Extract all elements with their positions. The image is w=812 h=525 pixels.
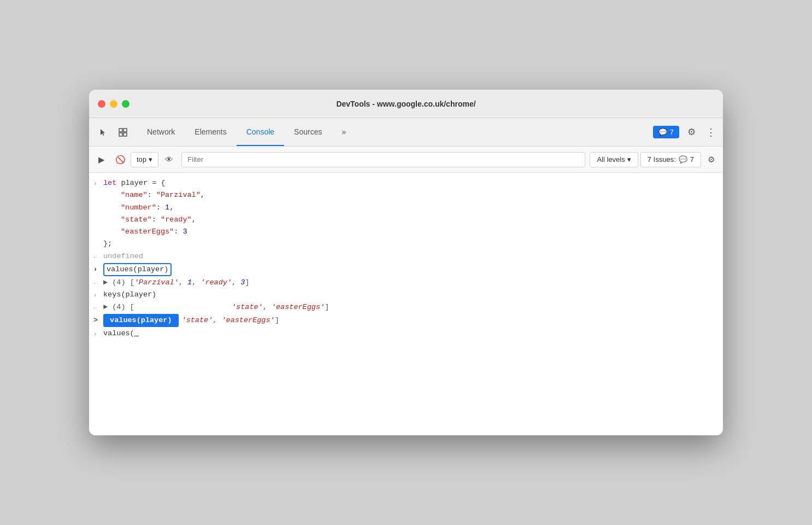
- spacer: ›: [93, 216, 100, 225]
- close-button[interactable]: [98, 100, 105, 108]
- code-line: "name": "Parzival",: [103, 190, 719, 201]
- main-tabs: Network Elements Console Sources »: [137, 118, 356, 146]
- tabs-bar: Network Elements Console Sources » 💬 7 ⚙…: [89, 118, 723, 147]
- list-item: ← undefined: [89, 250, 723, 262]
- spacer: ›: [93, 240, 100, 249]
- context-label: top: [137, 155, 146, 164]
- issues-number: 7: [690, 155, 694, 164]
- spacer: ›: [93, 228, 100, 237]
- dropdown-arrow-icon: ▾: [149, 155, 152, 164]
- list-item: › "name": "Parzival",: [89, 189, 723, 201]
- code-line: "number": 1,: [103, 202, 719, 213]
- issues-badge[interactable]: 💬 7: [653, 126, 679, 138]
- spacer: ›: [93, 204, 100, 213]
- list-item: › "state": "ready",: [89, 214, 723, 226]
- eye-button[interactable]: 👁: [161, 151, 177, 168]
- traffic-lights: [98, 100, 130, 108]
- code-line: "state": "ready",: [103, 214, 719, 225]
- output-arrow: ←: [93, 253, 100, 262]
- code-line: };: [103, 238, 719, 249]
- log-levels-label: All levels: [597, 155, 625, 164]
- spacer: ›: [93, 191, 100, 201]
- list-item: › "number": 1,: [89, 202, 723, 214]
- code-line: let player = {: [103, 178, 719, 189]
- titlebar: DevTools - www.google.co.uk/chrome/: [89, 90, 723, 118]
- message-icon: 💬: [658, 128, 667, 136]
- list-item: › values(player): [89, 262, 723, 277]
- list-item: › keys(player): [89, 289, 723, 301]
- svg-rect-3: [123, 133, 127, 136]
- partial-output: 'state', 'easterEggs']: [182, 315, 279, 326]
- svg-rect-0: [119, 129, 122, 132]
- filter-input[interactable]: [181, 152, 585, 167]
- svg-rect-2: [119, 133, 122, 136]
- code-line: values(_: [103, 328, 719, 339]
- more-options-button[interactable]: ⋮: [703, 125, 719, 140]
- tab-elements[interactable]: Elements: [185, 118, 236, 146]
- tab-more[interactable]: »: [332, 118, 356, 146]
- console-output: › let player = { › "name": "Parzival", ›…: [89, 173, 723, 435]
- list-item: › let player = {: [89, 177, 723, 189]
- console-settings-button[interactable]: ⚙: [703, 152, 719, 167]
- block-button[interactable]: 🚫: [112, 151, 128, 168]
- context-selector[interactable]: top ▾: [131, 152, 158, 167]
- list-item: › };: [89, 238, 723, 250]
- list-item: ← ▶ (4) ['Parzival', 1, 'ready', 3]: [89, 277, 723, 289]
- output-value: ► (4) [ 'name', 'number', 's 'state', 'e…: [103, 302, 719, 313]
- dropdown-chevron-icon: ▾: [627, 155, 631, 164]
- console-toolbar: ▶ 🚫 top ▾ 👁 All levels ▾ 7 Issues: 💬 7 ⚙: [89, 147, 723, 173]
- issues-text: 7 Issues:: [648, 155, 676, 164]
- tab-sources[interactable]: Sources: [284, 118, 332, 146]
- highlighted-command: values(player): [103, 263, 172, 276]
- expand-icon[interactable]: ›: [93, 330, 100, 339]
- tabs-right-controls: 💬 7 ⚙ ⋮: [653, 124, 719, 141]
- cursor-icon[interactable]: [93, 122, 113, 142]
- autocomplete-row: > values(player) 'state', 'easterEggs']: [89, 313, 723, 328]
- code-line: "easterEggs": 3: [103, 226, 719, 237]
- expand-icon[interactable]: ›: [93, 291, 100, 300]
- prompt-icon: >: [93, 315, 98, 326]
- code-line: keys(player): [103, 289, 719, 300]
- inspect-icon[interactable]: [113, 122, 133, 142]
- maximize-button[interactable]: [122, 100, 130, 108]
- expand-icon[interactable]: ›: [93, 179, 100, 189]
- expand-icon[interactable]: ›: [93, 265, 100, 275]
- list-item: ← ► (4) [ 'name', 'number', 's 'state', …: [89, 301, 723, 313]
- svg-rect-1: [123, 129, 127, 132]
- devtools-window: DevTools - www.google.co.uk/chrome/ Netw…: [89, 90, 723, 435]
- output-arrow: ←: [93, 279, 100, 288]
- tab-console[interactable]: Console: [237, 118, 284, 146]
- code-line: values(player): [103, 263, 719, 276]
- message-icon-small: 💬: [679, 155, 687, 164]
- tab-network[interactable]: Network: [137, 118, 185, 146]
- issues-count: 7: [670, 128, 674, 136]
- autocomplete-suggestion[interactable]: values(player): [103, 314, 178, 327]
- list-item: › "easterEggs": 3: [89, 226, 723, 238]
- issues-count-display[interactable]: 7 Issues: 💬 7: [640, 152, 701, 167]
- minimize-button[interactable]: [110, 100, 117, 108]
- list-item: › values(_: [89, 328, 723, 340]
- output-value: ▶ (4) ['Parzival', 1, 'ready', 3]: [103, 277, 719, 288]
- output-value: undefined: [103, 251, 719, 262]
- log-levels-selector[interactable]: All levels ▾: [590, 152, 638, 167]
- window-title: DevTools - www.google.co.uk/chrome/: [336, 100, 475, 108]
- output-arrow: ←: [93, 304, 100, 313]
- settings-button[interactable]: ⚙: [682, 124, 700, 141]
- run-button[interactable]: ▶: [93, 151, 110, 168]
